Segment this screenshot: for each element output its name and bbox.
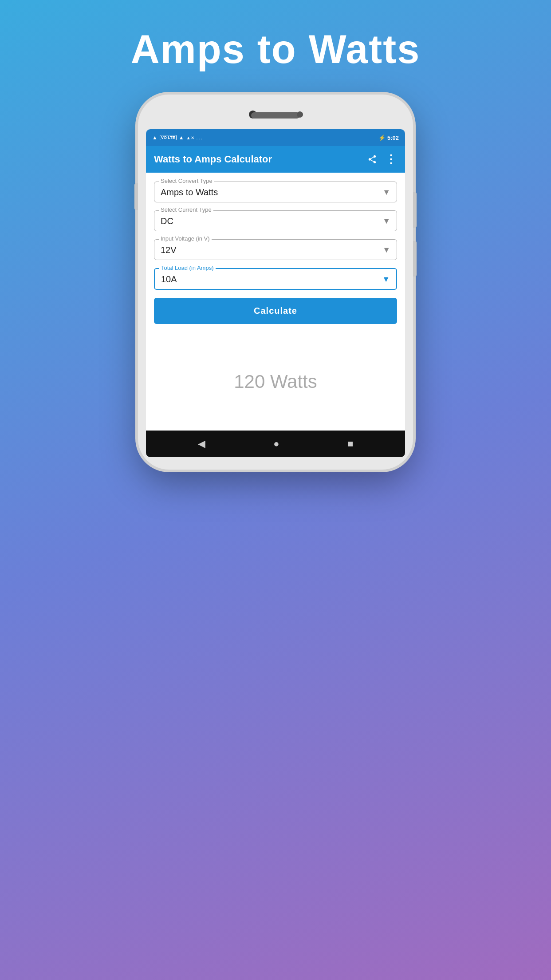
voltage-label: Input Voltage (in V) [159,235,212,242]
lte-badge: VO LTE [160,135,177,140]
app-bar: Watts to Amps Calculator ⋮ [146,146,405,173]
power-button-right [413,192,417,228]
back-button[interactable]: ◀ [198,438,205,450]
signal-icon: ▲ [179,134,184,141]
speaker-grille [251,112,300,119]
convert-type-field[interactable]: Select Convert Type Amps to Watts ▼ [154,182,397,202]
convert-type-value: Amps to Watts [161,187,218,198]
phone-screen: ▲ VO LTE ▲ ▲✕ ... ⚡ 5:02 Watts to Amps C… [146,129,405,457]
voltage-value: 12V [161,245,177,255]
phone-top-area [146,107,405,125]
signal-x-icon: ▲✕ [186,135,194,140]
recent-apps-button[interactable]: ■ [347,438,353,450]
load-value: 10A [161,274,177,285]
dots-icon: ... [197,135,203,140]
load-arrow: ▼ [382,275,390,284]
status-left-icons: ▲ VO LTE ▲ ▲✕ ... [152,134,203,141]
current-type-value: DC [161,216,173,226]
app-bar-icons: ⋮ [367,153,397,166]
current-type-arrow: ▼ [382,217,390,226]
result-value: 120 Watts [234,371,317,392]
convert-type-arrow: ▼ [382,188,390,197]
volume-button-left [134,183,138,210]
calculate-button[interactable]: Calculate [154,298,397,324]
result-area: 120 Watts [146,333,405,431]
convert-type-label: Select Convert Type [159,178,214,184]
current-type-field[interactable]: Select Current Type DC ▼ [154,210,397,231]
status-right-icons: ⚡ 5:02 [378,134,399,141]
app-bar-title: Watts to Amps Calculator [154,154,272,165]
battery-icon: ⚡ [378,134,386,141]
wifi-icon: ▲ [152,134,157,141]
camera-dot [297,111,303,118]
share-icon[interactable] [367,154,377,164]
voltage-field[interactable]: Input Voltage (in V) 12V ▼ [154,239,397,260]
form-content: Select Convert Type Amps to Watts ▼ Sele… [146,173,405,333]
nav-bar: ◀ ● ■ [146,431,405,457]
more-options-icon[interactable]: ⋮ [385,153,397,166]
current-type-label: Select Current Type [159,206,213,213]
volume-button-right [413,241,417,277]
phone-shell: ▲ VO LTE ▲ ▲✕ ... ⚡ 5:02 Watts to Amps C… [138,95,413,470]
load-field[interactable]: Total Load (in Amps) 10A ▼ [154,268,397,290]
time-display: 5:02 [387,134,399,141]
load-label: Total Load (in Amps) [159,265,216,271]
voltage-arrow: ▼ [382,245,390,255]
home-button[interactable]: ● [273,438,279,450]
status-bar: ▲ VO LTE ▲ ▲✕ ... ⚡ 5:02 [146,129,405,146]
page-title-text: Amps to Watts [131,27,421,72]
